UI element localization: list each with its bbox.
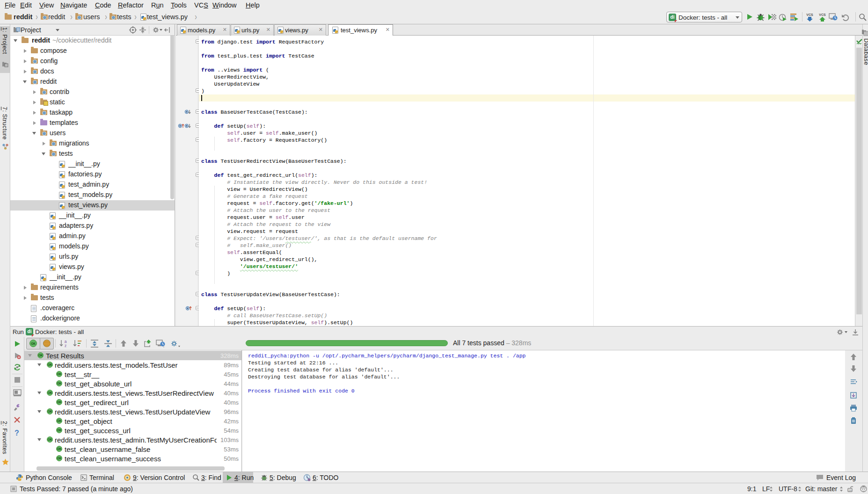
- svg-text:VCS: VCS: [806, 13, 813, 16]
- svg-text:VCS: VCS: [819, 13, 826, 16]
- svg-text:1b: 1b: [848, 489, 852, 492]
- svg-text:z: z: [65, 343, 66, 348]
